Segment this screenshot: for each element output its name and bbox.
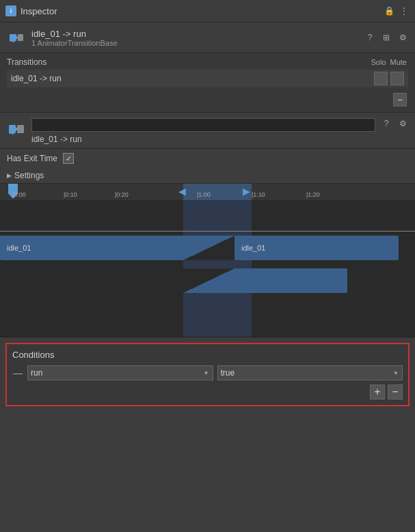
mute-checkbox[interactable] bbox=[390, 72, 404, 85]
conditions-row: — run ▼ true false ▼ bbox=[12, 365, 403, 380]
menu-icon[interactable]: ⋮ bbox=[399, 5, 410, 16]
transitions-label: Transitions bbox=[7, 57, 46, 67]
condition-dash: — bbox=[12, 367, 23, 378]
has-exit-time-row: Has Exit Time ✓ bbox=[0, 149, 415, 168]
inspector-icon: i bbox=[5, 5, 16, 16]
anim-bar-idle01-bottom-right[interactable]: idle_01 bbox=[235, 236, 399, 260]
solo-checkbox[interactable] bbox=[374, 72, 388, 85]
inspector-title: Inspector bbox=[21, 6, 57, 16]
timeline-ruler-selection bbox=[183, 184, 252, 200]
mute-label: Mute bbox=[390, 58, 407, 66]
condition-param-wrapper: run ▼ bbox=[27, 365, 213, 380]
conditions-section: Conditions — run ▼ true false ▼ + − bbox=[5, 343, 410, 406]
transitions-section: Transitions Solo Mute idle_01 -> run − bbox=[0, 53, 415, 113]
remove-condition-button[interactable]: − bbox=[388, 384, 403, 400]
title-bar: i Inspector 🔒 ⋮ bbox=[0, 0, 415, 23]
transition-detail-arrow-icon bbox=[7, 120, 26, 139]
transition-overlap-bottom bbox=[183, 268, 235, 293]
transition-row[interactable]: idle_01 -> run bbox=[7, 70, 408, 87]
tick-0-20: |0:20 bbox=[115, 191, 129, 198]
solo-label: Solo bbox=[371, 58, 386, 66]
conditions-buttons: + − bbox=[12, 384, 403, 400]
transition-subtitle: 1 AnimatorTransitionBase bbox=[31, 39, 118, 47]
layout-icon[interactable]: ⊞ bbox=[381, 32, 392, 43]
transition-detail: idle_01 -> run ? ⚙ bbox=[0, 113, 415, 149]
transition-detail-name: idle_01 -> run bbox=[31, 135, 82, 144]
tick-1-20: |1:20 bbox=[306, 191, 320, 198]
conditions-title: Conditions bbox=[12, 350, 403, 360]
timeline-section: |0:00 |0:10 |0:20 ◀ |1:00 ▶ |1:10 |1:20 … bbox=[0, 184, 415, 337]
help-icon[interactable]: ? bbox=[364, 32, 375, 43]
transition-title: idle_01 -> run bbox=[31, 29, 118, 39]
detail-help-icon[interactable]: ? bbox=[381, 118, 392, 129]
playhead-left-marker[interactable]: ◀ bbox=[178, 186, 186, 197]
tick-0-10: |0:10 bbox=[64, 191, 77, 198]
tick-1-10: |1:10 bbox=[252, 191, 265, 198]
remove-transition-button[interactable]: − bbox=[393, 93, 407, 107]
detail-gear-icon[interactable]: ⚙ bbox=[397, 118, 408, 129]
condition-value-wrapper: true false ▼ bbox=[217, 365, 403, 380]
settings-triangle-icon: ▶ bbox=[7, 172, 12, 179]
has-exit-time-label: Has Exit Time bbox=[7, 154, 57, 163]
gear-icon[interactable]: ⚙ bbox=[397, 32, 408, 43]
tick-1-00: |1:00 bbox=[197, 191, 211, 198]
condition-param-select[interactable]: run bbox=[27, 365, 213, 380]
transition-row-label: idle_01 -> run bbox=[11, 74, 62, 83]
settings-row[interactable]: ▶ Settings bbox=[0, 168, 415, 184]
transition-arrow-icon bbox=[7, 28, 26, 47]
timeline-ruler[interactable]: |0:00 |0:10 |0:20 ◀ |1:00 ▶ |1:10 |1:20 bbox=[0, 184, 415, 200]
settings-label: Settings bbox=[14, 171, 44, 180]
lock-icon[interactable]: 🔒 bbox=[384, 5, 394, 16]
transition-overlap-top bbox=[183, 236, 235, 260]
has-exit-time-checkbox[interactable]: ✓ bbox=[63, 153, 74, 164]
tick-0-00: |0:00 bbox=[12, 191, 26, 198]
add-condition-button[interactable]: + bbox=[370, 384, 385, 400]
playhead-right-marker[interactable]: ▶ bbox=[243, 186, 250, 197]
conditions-container: Conditions — run ▼ true false ▼ + − bbox=[0, 337, 415, 412]
condition-value-select[interactable]: true false bbox=[217, 365, 403, 380]
timeline-white-line bbox=[0, 231, 415, 232]
transition-header: idle_01 -> run 1 AnimatorTransitionBase … bbox=[0, 23, 415, 53]
timeline-tracks: idle_01 idle_01 run bbox=[0, 200, 415, 337]
transition-name-bar[interactable] bbox=[31, 118, 375, 132]
